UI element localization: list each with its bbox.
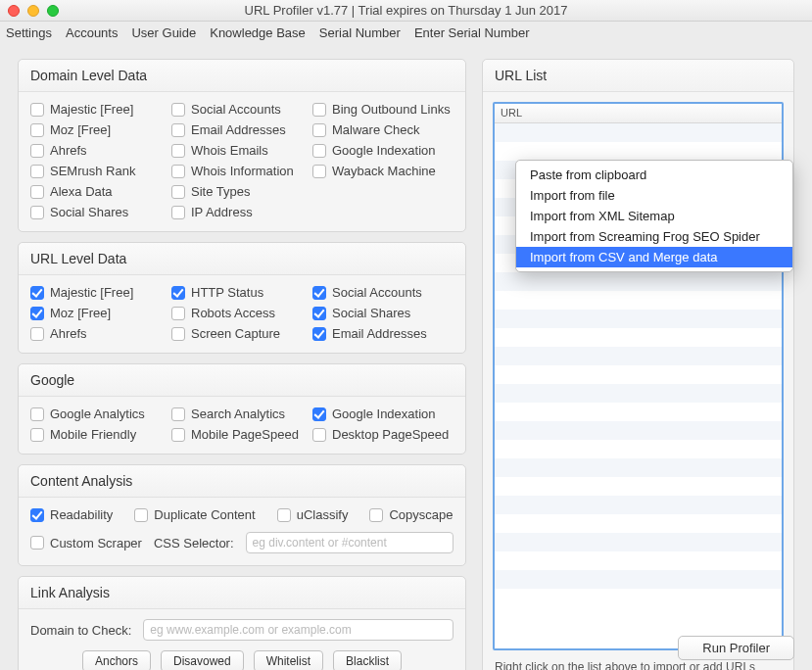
- checkbox-box[interactable]: [312, 307, 326, 320]
- checkbox-http-status[interactable]: HTTP Status: [171, 285, 312, 300]
- checkbox-box[interactable]: [312, 103, 326, 117]
- checkbox-box[interactable]: [30, 206, 44, 219]
- checkbox-box[interactable]: [312, 144, 326, 158]
- list-row[interactable]: [495, 496, 782, 514]
- menu-enter-serial-number[interactable]: Enter Serial Number: [414, 25, 530, 40]
- list-row[interactable]: [495, 142, 782, 161]
- close-icon[interactable]: [8, 5, 20, 17]
- checkbox-semrush-rank[interactable]: SEMrush Rank: [30, 164, 171, 178]
- list-row[interactable]: [495, 551, 782, 570]
- checkbox-box[interactable]: [134, 508, 148, 522]
- checkbox-mobile-friendly[interactable]: Mobile Friendly: [30, 427, 171, 442]
- checkbox-desktop-pagespeed[interactable]: Desktop PageSpeed: [312, 427, 454, 442]
- list-row[interactable]: [495, 347, 782, 365]
- checkbox-box[interactable]: [30, 508, 44, 522]
- checkbox-ahrefs[interactable]: Ahrefs: [30, 326, 171, 341]
- checkbox-social-accounts[interactable]: Social Accounts: [171, 102, 312, 117]
- checkbox-box[interactable]: [30, 307, 44, 320]
- menu-knowledge-base[interactable]: Knowledge Base: [210, 25, 306, 40]
- list-row[interactable]: [495, 123, 782, 142]
- checkbox-email-addresses[interactable]: Email Addresses: [171, 122, 312, 137]
- checkbox-google-indexation[interactable]: Google Indexation: [312, 407, 454, 421]
- checkbox-box[interactable]: [312, 286, 326, 300]
- list-row[interactable]: [495, 384, 782, 403]
- zoom-icon[interactable]: [47, 5, 59, 17]
- list-row[interactable]: [495, 533, 782, 551]
- domain-to-check-input[interactable]: [143, 619, 454, 641]
- list-row[interactable]: [495, 440, 782, 458]
- checkbox-box[interactable]: [30, 103, 44, 117]
- checkbox-box[interactable]: [171, 185, 185, 199]
- checkbox-box[interactable]: [171, 428, 185, 442]
- minimize-icon[interactable]: [27, 5, 39, 17]
- checkbox-box[interactable]: [312, 327, 326, 341]
- checkbox-box[interactable]: [171, 206, 185, 219]
- checkbox-majestic-free-[interactable]: Majestic [Free]: [30, 285, 171, 300]
- run-profiler-button[interactable]: Run Profiler: [678, 636, 794, 660]
- menu-user-guide[interactable]: User Guide: [131, 25, 196, 40]
- checkbox-box[interactable]: [30, 327, 44, 341]
- context-menu-item-import-from-xml-sitemap[interactable]: Import from XML Sitemap: [516, 206, 792, 226]
- checkbox-box[interactable]: [171, 144, 185, 158]
- checkbox-box[interactable]: [277, 508, 291, 522]
- checkbox-box[interactable]: [171, 327, 185, 341]
- checkbox-screen-capture[interactable]: Screen Capture: [171, 326, 312, 341]
- checkbox-robots-access[interactable]: Robots Access: [171, 306, 312, 320]
- checkbox-box[interactable]: [312, 123, 326, 137]
- list-row[interactable]: [495, 458, 782, 477]
- checkbox-box[interactable]: [369, 508, 383, 522]
- list-row[interactable]: [495, 272, 782, 291]
- context-menu-item-paste-from-clipboard[interactable]: Paste from clipboard: [516, 165, 792, 185]
- context-menu-item-import-from-screaming-frog-seo-spider[interactable]: Import from Screaming Frog SEO Spider: [516, 226, 792, 247]
- checkbox-mobile-pagespeed[interactable]: Mobile PageSpeed: [171, 427, 312, 442]
- checkbox-bing-outbound-links[interactable]: Bing Outbound Links: [312, 102, 454, 117]
- checkbox-ahrefs[interactable]: Ahrefs: [30, 143, 171, 158]
- list-row[interactable]: [495, 310, 782, 328]
- list-row[interactable]: [495, 514, 782, 533]
- menu-accounts[interactable]: Accounts: [66, 25, 118, 40]
- checkbox-box[interactable]: [171, 123, 185, 137]
- checkbox-box[interactable]: [30, 286, 44, 300]
- checkbox-google-indexation[interactable]: Google Indexation: [312, 143, 454, 158]
- menu-serial-number[interactable]: Serial Number: [319, 25, 401, 40]
- checkbox-moz-free-[interactable]: Moz [Free]: [30, 306, 171, 320]
- checkbox-box[interactable]: [171, 103, 185, 117]
- checkbox-box[interactable]: [30, 165, 44, 178]
- list-row[interactable]: [495, 365, 782, 384]
- checkbox-duplicate-content[interactable]: Duplicate Content: [134, 507, 255, 522]
- menu-settings[interactable]: Settings: [6, 25, 52, 40]
- checkbox-box[interactable]: [171, 286, 185, 300]
- checkbox-box[interactable]: [30, 123, 44, 137]
- checkbox-whois-information[interactable]: Whois Information: [171, 164, 312, 178]
- list-row[interactable]: [495, 421, 782, 440]
- checkbox-box[interactable]: [171, 307, 185, 320]
- context-menu-item-import-from-csv-and-merge-data[interactable]: Import from CSV and Merge data: [516, 247, 792, 267]
- checkbox-box[interactable]: [171, 165, 185, 178]
- list-row[interactable]: [495, 403, 782, 421]
- list-row[interactable]: [495, 328, 782, 347]
- checkbox-moz-free-[interactable]: Moz [Free]: [30, 122, 171, 137]
- list-row[interactable]: [495, 570, 782, 589]
- list-row[interactable]: [495, 477, 782, 496]
- blacklist-button[interactable]: Blacklist: [333, 650, 402, 670]
- checkbox-box[interactable]: [171, 407, 185, 421]
- whitelist-button[interactable]: Whitelist: [254, 650, 323, 670]
- checkbox-alexa-data[interactable]: Alexa Data: [30, 184, 171, 199]
- css-selector-input[interactable]: [246, 532, 454, 553]
- checkbox-ip-address[interactable]: IP Address: [171, 205, 312, 219]
- disavowed-button[interactable]: Disavowed: [161, 650, 244, 670]
- checkbox-box[interactable]: [30, 428, 44, 442]
- checkbox-site-types[interactable]: Site Types: [171, 184, 312, 199]
- url-list-column-header[interactable]: URL: [495, 104, 782, 123]
- checkbox-box[interactable]: [30, 407, 44, 421]
- checkbox-copyscape[interactable]: Copyscape: [369, 507, 453, 522]
- checkbox-social-shares[interactable]: Social Shares: [312, 306, 454, 320]
- checkbox-majestic-free-[interactable]: Majestic [Free]: [30, 102, 171, 117]
- checkbox-readability[interactable]: Readability: [30, 507, 113, 522]
- checkbox-malware-check[interactable]: Malware Check: [312, 122, 454, 137]
- checkbox-email-addresses[interactable]: Email Addresses: [312, 326, 454, 341]
- checkbox-social-accounts[interactable]: Social Accounts: [312, 285, 454, 300]
- context-menu-item-import-from-file[interactable]: Import from file: [516, 185, 792, 206]
- checkbox-box[interactable]: [312, 407, 326, 421]
- list-row[interactable]: [495, 589, 782, 607]
